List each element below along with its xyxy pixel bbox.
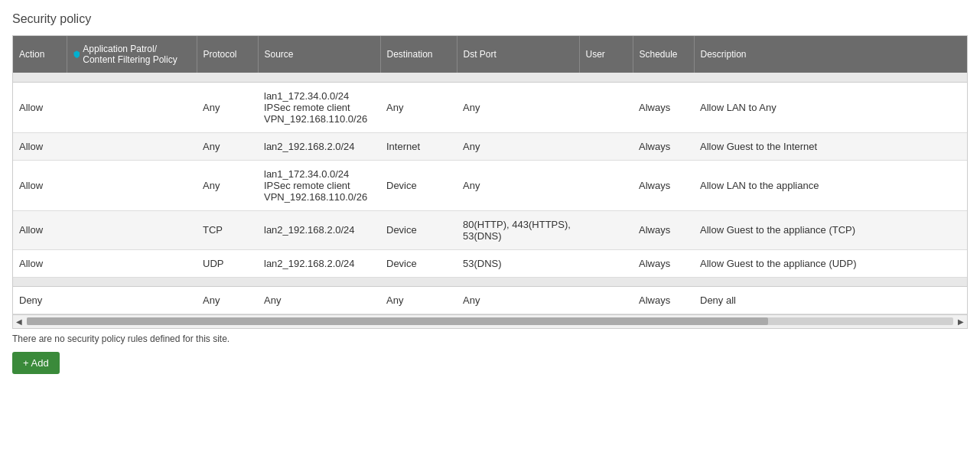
cell-action: Allow [13,82,67,132]
deny-table-row: DenyAnyAnyAnyAnyAlwaysDeny all [13,286,967,314]
cell-source: lan2_192.168.2.0/24 [258,210,380,249]
cell-apppatrol [67,249,197,277]
cell-user [579,249,633,277]
col-header-protocol: Protocol [197,36,258,73]
horizontal-scrollbar[interactable]: ◀ ▶ [13,314,967,328]
cell-description: Allow LAN to Any [694,82,967,132]
cell-action: Allow [13,249,67,277]
table-header-row: Action Application Patrol/ Content Filte… [13,36,967,73]
cell-user [579,132,633,160]
cell-schedule: Always [633,132,694,160]
add-button[interactable]: + Add [12,352,60,374]
table-row: AllowTCPlan2_192.168.2.0/24Device80(HTTP… [13,210,967,249]
col-header-source: Source [258,36,380,73]
cell-destination: Device [380,249,457,277]
col-header-destination: Destination [380,36,457,73]
info-text: There are no security policy rules defin… [12,333,968,344]
cell-source: lan1_172.34.0.0/24 IPSec remote client V… [258,82,380,132]
security-policy-table: Action Application Patrol/ Content Filte… [13,36,967,314]
cell-deny-apppatrol [67,286,197,314]
cell-schedule: Always [633,249,694,277]
cell-protocol: UDP [197,249,258,277]
cell-schedule: Always [633,160,694,210]
cell-description: Allow Guest to the appliance (UDP) [694,249,967,277]
shield-icon [73,49,80,60]
cell-destination: Internet [380,132,457,160]
scroll-right-arrow[interactable]: ▶ [955,315,967,327]
cell-schedule: Always [633,210,694,249]
cell-source: lan2_192.168.2.0/24 [258,249,380,277]
cell-user [579,160,633,210]
cell-dstport: Any [457,82,579,132]
cell-deny-action: Deny [13,286,67,314]
cell-dstport: Any [457,132,579,160]
table-row: AllowAnylan2_192.168.2.0/24InternetAnyAl… [13,132,967,160]
cell-protocol: Any [197,132,258,160]
cell-deny-description: Deny all [694,286,967,314]
cell-protocol: Any [197,160,258,210]
spacer-row-top [13,73,967,82]
security-policy-table-container: Action Application Patrol/ Content Filte… [12,35,968,329]
cell-action: Allow [13,160,67,210]
cell-destination: Any [380,82,457,132]
cell-dstport: 80(HTTP), 443(HTTPS), 53(DNS) [457,210,579,249]
cell-apppatrol [67,160,197,210]
cell-deny-user [579,286,633,314]
cell-dstport: Any [457,160,579,210]
col-header-description: Description [694,36,967,73]
cell-schedule: Always [633,82,694,132]
cell-dstport: 53(DNS) [457,249,579,277]
col-header-apppatrol: Application Patrol/ Content Filtering Po… [67,36,197,73]
cell-protocol: TCP [197,210,258,249]
cell-destination: Device [380,160,457,210]
cell-deny-dstport: Any [457,286,579,314]
cell-source: lan2_192.168.2.0/24 [258,132,380,160]
cell-apppatrol [67,82,197,132]
cell-destination: Device [380,210,457,249]
col-header-user: User [579,36,633,73]
cell-deny-destination: Any [380,286,457,314]
spacer-row-middle [13,277,967,286]
scroll-left-arrow[interactable]: ◀ [13,315,25,327]
table-row: AllowAnylan1_172.34.0.0/24 IPSec remote … [13,160,967,210]
col-header-schedule: Schedule [633,36,694,73]
cell-description: Allow LAN to the appliance [694,160,967,210]
cell-action: Allow [13,210,67,249]
cell-user [579,210,633,249]
cell-deny-source: Any [258,286,380,314]
cell-deny-protocol: Any [197,286,258,314]
cell-action: Allow [13,132,67,160]
cell-deny-schedule: Always [633,286,694,314]
cell-user [579,82,633,132]
table-row: AllowUDPlan2_192.168.2.0/24Device53(DNS)… [13,249,967,277]
scroll-thumb[interactable] [27,317,768,325]
page-title: Security policy [12,12,968,26]
col-header-action: Action [13,36,67,73]
cell-apppatrol [67,210,197,249]
cell-protocol: Any [197,82,258,132]
table-row: AllowAnylan1_172.34.0.0/24 IPSec remote … [13,82,967,132]
scroll-track[interactable] [27,317,953,325]
cell-source: lan1_172.34.0.0/24 IPSec remote client V… [258,160,380,210]
col-header-dstport: Dst Port [457,36,579,73]
cell-description: Allow Guest to the Internet [694,132,967,160]
cell-description: Allow Guest to the appliance (TCP) [694,210,967,249]
cell-apppatrol [67,132,197,160]
